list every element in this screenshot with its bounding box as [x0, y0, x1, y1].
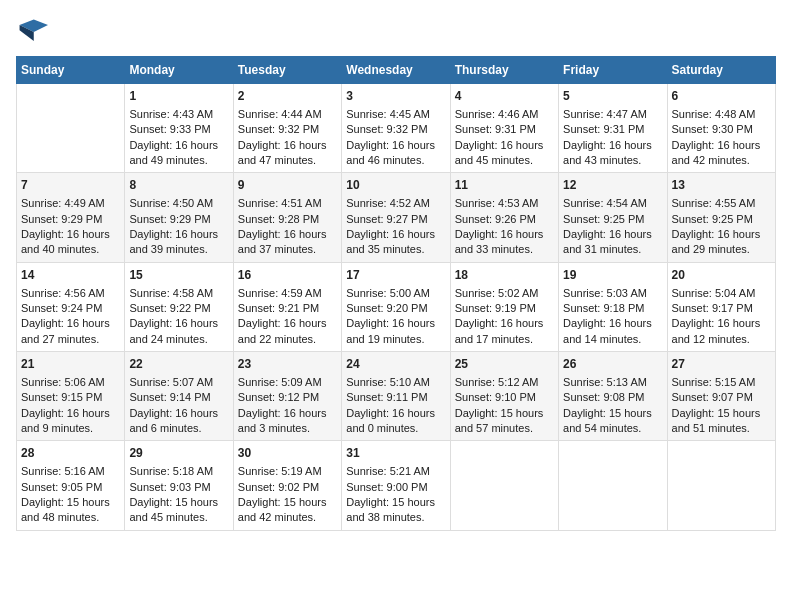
day-info: Sunrise: 5:00 AM Sunset: 9:20 PM Dayligh…: [346, 286, 445, 348]
day-info: Sunrise: 4:51 AM Sunset: 9:28 PM Dayligh…: [238, 196, 337, 258]
day-number: 8: [129, 177, 228, 194]
day-info: Sunrise: 4:45 AM Sunset: 9:32 PM Dayligh…: [346, 107, 445, 169]
day-info: Sunrise: 4:53 AM Sunset: 9:26 PM Dayligh…: [455, 196, 554, 258]
calendar-cell: 5Sunrise: 4:47 AM Sunset: 9:31 PM Daylig…: [559, 84, 667, 173]
day-number: 29: [129, 445, 228, 462]
calendar-cell: 17Sunrise: 5:00 AM Sunset: 9:20 PM Dayli…: [342, 262, 450, 351]
logo-icon: [16, 16, 48, 48]
day-number: 6: [672, 88, 771, 105]
calendar-cell: 9Sunrise: 4:51 AM Sunset: 9:28 PM Daylig…: [233, 173, 341, 262]
day-info: Sunrise: 5:12 AM Sunset: 9:10 PM Dayligh…: [455, 375, 554, 437]
calendar-header: SundayMondayTuesdayWednesdayThursdayFrid…: [17, 57, 776, 84]
day-info: Sunrise: 4:54 AM Sunset: 9:25 PM Dayligh…: [563, 196, 662, 258]
calendar-cell: 22Sunrise: 5:07 AM Sunset: 9:14 PM Dayli…: [125, 352, 233, 441]
day-info: Sunrise: 4:50 AM Sunset: 9:29 PM Dayligh…: [129, 196, 228, 258]
calendar-cell: 20Sunrise: 5:04 AM Sunset: 9:17 PM Dayli…: [667, 262, 775, 351]
week-row-4: 21Sunrise: 5:06 AM Sunset: 9:15 PM Dayli…: [17, 352, 776, 441]
day-info: Sunrise: 4:48 AM Sunset: 9:30 PM Dayligh…: [672, 107, 771, 169]
calendar-cell: [450, 441, 558, 530]
calendar-cell: 14Sunrise: 4:56 AM Sunset: 9:24 PM Dayli…: [17, 262, 125, 351]
day-header-thursday: Thursday: [450, 57, 558, 84]
calendar-cell: 12Sunrise: 4:54 AM Sunset: 9:25 PM Dayli…: [559, 173, 667, 262]
day-header-monday: Monday: [125, 57, 233, 84]
calendar-cell: 21Sunrise: 5:06 AM Sunset: 9:15 PM Dayli…: [17, 352, 125, 441]
day-header-wednesday: Wednesday: [342, 57, 450, 84]
day-number: 4: [455, 88, 554, 105]
day-number: 11: [455, 177, 554, 194]
calendar-cell: 11Sunrise: 4:53 AM Sunset: 9:26 PM Dayli…: [450, 173, 558, 262]
day-number: 9: [238, 177, 337, 194]
calendar-cell: 7Sunrise: 4:49 AM Sunset: 9:29 PM Daylig…: [17, 173, 125, 262]
day-info: Sunrise: 4:43 AM Sunset: 9:33 PM Dayligh…: [129, 107, 228, 169]
day-number: 13: [672, 177, 771, 194]
week-row-2: 7Sunrise: 4:49 AM Sunset: 9:29 PM Daylig…: [17, 173, 776, 262]
week-row-5: 28Sunrise: 5:16 AM Sunset: 9:05 PM Dayli…: [17, 441, 776, 530]
calendar-cell: 2Sunrise: 4:44 AM Sunset: 9:32 PM Daylig…: [233, 84, 341, 173]
day-header-saturday: Saturday: [667, 57, 775, 84]
day-info: Sunrise: 5:13 AM Sunset: 9:08 PM Dayligh…: [563, 375, 662, 437]
day-number: 3: [346, 88, 445, 105]
calendar-cell: 31Sunrise: 5:21 AM Sunset: 9:00 PM Dayli…: [342, 441, 450, 530]
calendar-cell: 1Sunrise: 4:43 AM Sunset: 9:33 PM Daylig…: [125, 84, 233, 173]
day-info: Sunrise: 5:07 AM Sunset: 9:14 PM Dayligh…: [129, 375, 228, 437]
calendar-cell: 3Sunrise: 4:45 AM Sunset: 9:32 PM Daylig…: [342, 84, 450, 173]
calendar-cell: 30Sunrise: 5:19 AM Sunset: 9:02 PM Dayli…: [233, 441, 341, 530]
calendar-cell: 28Sunrise: 5:16 AM Sunset: 9:05 PM Dayli…: [17, 441, 125, 530]
day-header-tuesday: Tuesday: [233, 57, 341, 84]
day-number: 12: [563, 177, 662, 194]
calendar-cell: 13Sunrise: 4:55 AM Sunset: 9:25 PM Dayli…: [667, 173, 775, 262]
calendar-cell: 6Sunrise: 4:48 AM Sunset: 9:30 PM Daylig…: [667, 84, 775, 173]
calendar-cell: 10Sunrise: 4:52 AM Sunset: 9:27 PM Dayli…: [342, 173, 450, 262]
day-info: Sunrise: 4:46 AM Sunset: 9:31 PM Dayligh…: [455, 107, 554, 169]
day-number: 25: [455, 356, 554, 373]
day-number: 15: [129, 267, 228, 284]
day-number: 16: [238, 267, 337, 284]
week-row-3: 14Sunrise: 4:56 AM Sunset: 9:24 PM Dayli…: [17, 262, 776, 351]
day-number: 1: [129, 88, 228, 105]
day-number: 19: [563, 267, 662, 284]
day-number: 5: [563, 88, 662, 105]
day-info: Sunrise: 5:04 AM Sunset: 9:17 PM Dayligh…: [672, 286, 771, 348]
day-info: Sunrise: 5:06 AM Sunset: 9:15 PM Dayligh…: [21, 375, 120, 437]
day-info: Sunrise: 5:18 AM Sunset: 9:03 PM Dayligh…: [129, 464, 228, 526]
day-info: Sunrise: 5:21 AM Sunset: 9:00 PM Dayligh…: [346, 464, 445, 526]
day-info: Sunrise: 4:52 AM Sunset: 9:27 PM Dayligh…: [346, 196, 445, 258]
day-info: Sunrise: 4:55 AM Sunset: 9:25 PM Dayligh…: [672, 196, 771, 258]
day-info: Sunrise: 4:59 AM Sunset: 9:21 PM Dayligh…: [238, 286, 337, 348]
day-number: 31: [346, 445, 445, 462]
calendar-table: SundayMondayTuesdayWednesdayThursdayFrid…: [16, 56, 776, 531]
day-number: 2: [238, 88, 337, 105]
day-info: Sunrise: 5:09 AM Sunset: 9:12 PM Dayligh…: [238, 375, 337, 437]
page-header: [16, 16, 776, 48]
week-row-1: 1Sunrise: 4:43 AM Sunset: 9:33 PM Daylig…: [17, 84, 776, 173]
day-number: 30: [238, 445, 337, 462]
day-number: 22: [129, 356, 228, 373]
day-header-friday: Friday: [559, 57, 667, 84]
calendar-cell: 26Sunrise: 5:13 AM Sunset: 9:08 PM Dayli…: [559, 352, 667, 441]
day-number: 18: [455, 267, 554, 284]
day-info: Sunrise: 5:02 AM Sunset: 9:19 PM Dayligh…: [455, 286, 554, 348]
day-number: 28: [21, 445, 120, 462]
days-row: SundayMondayTuesdayWednesdayThursdayFrid…: [17, 57, 776, 84]
day-info: Sunrise: 5:15 AM Sunset: 9:07 PM Dayligh…: [672, 375, 771, 437]
calendar-cell: 16Sunrise: 4:59 AM Sunset: 9:21 PM Dayli…: [233, 262, 341, 351]
day-number: 20: [672, 267, 771, 284]
calendar-cell: 19Sunrise: 5:03 AM Sunset: 9:18 PM Dayli…: [559, 262, 667, 351]
day-number: 14: [21, 267, 120, 284]
calendar-cell: 18Sunrise: 5:02 AM Sunset: 9:19 PM Dayli…: [450, 262, 558, 351]
day-header-sunday: Sunday: [17, 57, 125, 84]
logo: [16, 16, 52, 48]
calendar-cell: [559, 441, 667, 530]
calendar-cell: 15Sunrise: 4:58 AM Sunset: 9:22 PM Dayli…: [125, 262, 233, 351]
day-info: Sunrise: 4:56 AM Sunset: 9:24 PM Dayligh…: [21, 286, 120, 348]
day-number: 23: [238, 356, 337, 373]
day-info: Sunrise: 4:58 AM Sunset: 9:22 PM Dayligh…: [129, 286, 228, 348]
calendar-cell: 25Sunrise: 5:12 AM Sunset: 9:10 PM Dayli…: [450, 352, 558, 441]
calendar-cell: 27Sunrise: 5:15 AM Sunset: 9:07 PM Dayli…: [667, 352, 775, 441]
day-number: 27: [672, 356, 771, 373]
calendar-body: 1Sunrise: 4:43 AM Sunset: 9:33 PM Daylig…: [17, 84, 776, 531]
day-info: Sunrise: 4:47 AM Sunset: 9:31 PM Dayligh…: [563, 107, 662, 169]
day-number: 21: [21, 356, 120, 373]
day-info: Sunrise: 5:03 AM Sunset: 9:18 PM Dayligh…: [563, 286, 662, 348]
day-info: Sunrise: 5:16 AM Sunset: 9:05 PM Dayligh…: [21, 464, 120, 526]
